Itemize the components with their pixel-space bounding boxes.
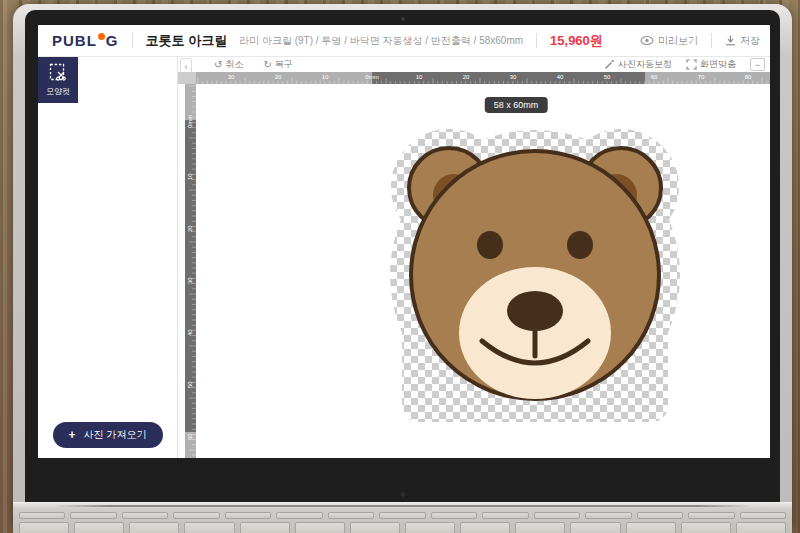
logo-dot-icon	[98, 33, 105, 40]
editor-area: ‹ ↺ 취소 ↻ 복구	[178, 57, 770, 458]
svg-text:30: 30	[510, 74, 517, 80]
webcam-dot	[401, 17, 405, 21]
undo-icon: ↺	[214, 59, 222, 70]
plus-icon: +	[69, 428, 76, 442]
keyboard-row	[19, 522, 786, 533]
undo-button[interactable]: ↺ 취소	[214, 58, 243, 71]
keyboard-key	[70, 512, 116, 519]
eye-icon	[640, 36, 654, 45]
app-header: PUBLG 코롯토 아크릴 라미 아크릴 (9T) / 투명 / 바닥면 자동생…	[38, 25, 770, 57]
svg-text:10: 10	[416, 74, 423, 80]
keyboard-key	[328, 512, 374, 519]
keyboard-key	[585, 512, 631, 519]
divider	[711, 33, 712, 48]
bear-artwork	[409, 148, 661, 399]
keyboard-key	[225, 512, 271, 519]
save-button[interactable]: 저장	[725, 34, 760, 48]
keyboard-key	[379, 512, 425, 519]
keyboard-key	[736, 522, 786, 533]
svg-text:30: 30	[228, 74, 235, 80]
svg-text:10: 10	[187, 173, 193, 180]
photo-auto-correct-button[interactable]: 사진자동보정	[604, 58, 672, 71]
left-panel: 모양컷 + 사진 가져오기	[38, 57, 178, 458]
import-photo-button[interactable]: + 사진 가져오기	[53, 422, 163, 448]
keyboard-key	[276, 512, 322, 519]
laptop: PUBLG 코롯토 아크릴 라미 아크릴 (9T) / 투명 / 바닥면 자동생…	[13, 4, 792, 533]
svg-text:60: 60	[651, 74, 658, 80]
app-window: PUBLG 코롯토 아크릴 라미 아크릴 (9T) / 투명 / 바닥면 자동생…	[38, 25, 770, 458]
bear-sticker-image[interactable]	[390, 125, 680, 425]
editor-toolbar: ‹ ↺ 취소 ↻ 복구	[178, 57, 770, 72]
keyboard-key	[350, 522, 400, 533]
svg-text:20: 20	[275, 74, 282, 80]
photo-background: PUBLG 코롯토 아크릴 라미 아크릴 (9T) / 투명 / 바닥면 자동생…	[0, 0, 800, 533]
size-badge: 58 x 60mm	[485, 97, 548, 113]
keyboard-key	[431, 512, 477, 519]
laptop-bezel: PUBLG 코롯토 아크릴 라미 아크릴 (9T) / 투명 / 바닥면 자동생…	[25, 10, 780, 506]
keyboard-key	[295, 522, 345, 533]
keyboard-key	[681, 522, 731, 533]
price-label: 15,960원	[550, 32, 603, 50]
magic-wand-icon	[604, 59, 615, 70]
svg-text:20: 20	[463, 74, 470, 80]
keyboard-key	[74, 522, 124, 533]
svg-text:40: 40	[187, 329, 193, 336]
fit-to-screen-button[interactable]: 화면맞춤	[686, 58, 736, 71]
svg-text:80: 80	[745, 74, 752, 80]
product-title: 코롯토 아크릴	[146, 32, 228, 50]
divider	[536, 33, 537, 48]
sidebar-item-shape-cut[interactable]: 모양컷	[38, 57, 78, 103]
keyboard-key	[688, 512, 734, 519]
keyboard-row	[19, 512, 786, 519]
keyboard-key	[534, 512, 580, 519]
ruler-corner	[178, 72, 196, 84]
hinge	[53, 505, 753, 507]
preview-button[interactable]: 미리보기	[640, 34, 698, 48]
keyboard-key	[173, 512, 219, 519]
svg-text:70: 70	[698, 74, 705, 80]
horizontal-ruler: 3020100mm1020304050607080	[196, 72, 770, 84]
design-canvas[interactable]: 58 x 60mm	[196, 84, 770, 458]
publog-logo[interactable]: PUBLG	[52, 32, 119, 49]
keyboard-key	[626, 522, 676, 533]
divider	[132, 33, 133, 48]
import-photo-label: 사진 가져오기	[84, 428, 147, 442]
keyboard-key	[515, 522, 565, 533]
bezel-logo-dot	[400, 492, 405, 497]
keyboard-key	[460, 522, 510, 533]
svg-text:0mm: 0mm	[365, 74, 378, 80]
keyboard-key	[482, 512, 528, 519]
keyboard-key	[129, 522, 179, 533]
keyboard-key	[122, 512, 168, 519]
keyboard-key	[740, 512, 786, 519]
keyboard-key	[19, 512, 65, 519]
svg-text:60: 60	[187, 433, 193, 440]
keyboard-key	[19, 522, 69, 533]
keyboard-key	[637, 512, 683, 519]
laptop-keyboard-deck	[13, 502, 792, 533]
download-icon	[725, 35, 736, 46]
keyboard-key	[405, 522, 455, 533]
keyboard-key	[240, 522, 290, 533]
vertical-ruler: 0mm102030405060	[185, 84, 196, 458]
redo-button[interactable]: ↻ 복구	[263, 58, 292, 71]
keyboard-key	[570, 522, 620, 533]
fit-screen-icon	[686, 59, 697, 70]
sidebar-item-label: 모양컷	[46, 86, 70, 97]
zoom-out-button[interactable]: −	[750, 58, 765, 71]
svg-text:40: 40	[557, 74, 564, 80]
shape-cut-scissors-icon	[49, 63, 67, 83]
product-options: 라미 아크릴 (9T) / 투명 / 바닥면 자동생성 / 반전출력 / 58x…	[239, 34, 523, 48]
svg-text:20: 20	[187, 225, 193, 232]
svg-text:0mm: 0mm	[187, 115, 193, 128]
redo-icon: ↻	[263, 59, 271, 70]
svg-text:30: 30	[187, 277, 193, 284]
svg-text:50: 50	[604, 74, 611, 80]
keyboard-key	[184, 522, 234, 533]
svg-text:10: 10	[322, 74, 329, 80]
svg-text:50: 50	[187, 381, 193, 388]
